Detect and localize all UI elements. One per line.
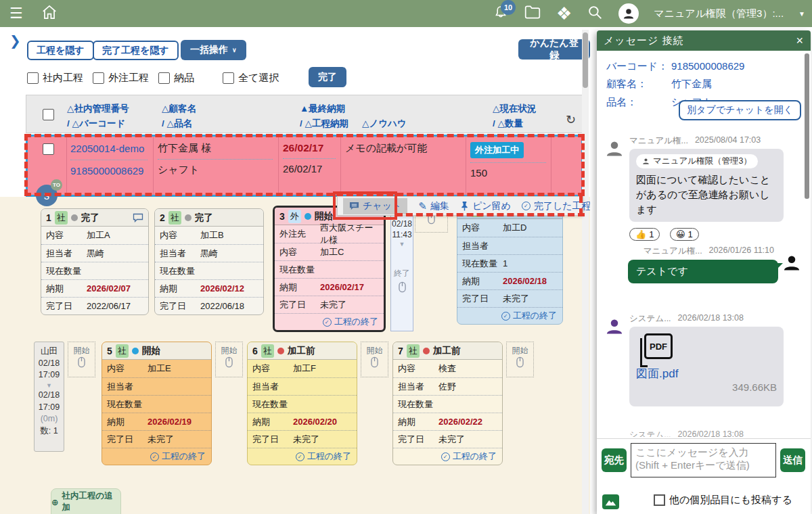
checkbox-icon[interactable] bbox=[158, 72, 170, 84]
barcode-link[interactable]: 9185000008629 bbox=[70, 164, 148, 178]
message-time: 2026/01/26 11:10 bbox=[709, 246, 774, 257]
bulk-action-button[interactable]: 一括操作∨ bbox=[181, 40, 246, 60]
checkbox-icon[interactable] bbox=[93, 72, 104, 84]
search-icon[interactable] bbox=[587, 4, 604, 24]
message-sender: システム... bbox=[629, 429, 671, 437]
column-header-customer[interactable]: △顧客名/ △品名 bbox=[162, 101, 196, 132]
menu-edit-item[interactable]: ✎ 編集 bbox=[418, 200, 449, 212]
notifications-bell-icon[interactable]: 10 bbox=[493, 4, 509, 23]
open-chat-new-tab-button[interactable]: 別タブでチャットを開く bbox=[679, 100, 801, 120]
menu-pin-item[interactable]: ピン留め bbox=[460, 200, 511, 212]
recipient-button[interactable]: 宛先 bbox=[602, 448, 627, 472]
field-label: 担当者 bbox=[252, 381, 293, 393]
reaction-thumbsup[interactable]: 👍1 bbox=[629, 228, 660, 241]
checkbox-icon[interactable] bbox=[654, 494, 665, 506]
arrow-down-icon: ▼ bbox=[35, 381, 64, 390]
end-process-link[interactable]: ✓工程の終了 bbox=[457, 307, 562, 324]
start-action-box[interactable]: 開始 bbox=[361, 342, 388, 377]
image-icon bbox=[605, 497, 616, 507]
column-header-status[interactable]: △現在状況/ △数量 bbox=[493, 101, 536, 132]
process-card-3[interactable]: 3 外 開始 外注先西大阪スチール様 内容加工C 現在数量 納期2026/02/… bbox=[273, 206, 386, 332]
reaction-smile[interactable]: 😀1 bbox=[670, 228, 699, 241]
process-card-5[interactable]: 5 社 開始 内容加工E 担当者 現在数量 納期2026/02/19 完了日未完… bbox=[102, 342, 212, 465]
due-date-value: 2026/02/18 bbox=[503, 276, 547, 286]
column-header-due[interactable]: ▲最終納期/ △工程納期 bbox=[300, 101, 348, 132]
user-role-label[interactable]: マニュアル権限（管理3）:... bbox=[654, 7, 784, 20]
hide-process-button[interactable]: 工程を隠す bbox=[27, 41, 94, 60]
process-card-6[interactable]: 6 社 加工前 内容加工F 担当者 現在数量 納期2026/02/20 完了日未… bbox=[247, 342, 357, 465]
mouse-icon[interactable] bbox=[225, 356, 233, 368]
card-header: 2 社 完了 bbox=[155, 209, 263, 227]
end-process-link[interactable]: ✓工程の終了 bbox=[275, 313, 384, 330]
process-card-4[interactable]: 4 社 開始 内容加工D 担当者 現在数量1 納期2026/02/18 完了日未… bbox=[457, 201, 563, 325]
checkbox-icon[interactable] bbox=[27, 72, 39, 84]
select-all-checkbox[interactable] bbox=[43, 109, 54, 120]
checkbox-icon[interactable] bbox=[223, 72, 234, 84]
folder-icon[interactable] bbox=[524, 4, 541, 23]
complete-button[interactable]: 完了 bbox=[309, 67, 346, 87]
field-label: 担当者 bbox=[46, 248, 87, 260]
post-other-items-option[interactable]: 他の個別品目にも投稿する bbox=[654, 494, 792, 507]
start-action-box[interactable]: 開始 bbox=[215, 342, 243, 377]
message-time: 2026/02/18 13:08 bbox=[678, 429, 744, 437]
row-checkbox[interactable] bbox=[43, 143, 54, 155]
start-action-box[interactable]: 開始 bbox=[68, 342, 95, 377]
process-card-2[interactable]: 2 社 完了 内容加工B 担当者黒崎 現在数量 納期2026/02/12 完了日… bbox=[154, 208, 264, 315]
start-time: 17:09 bbox=[35, 369, 64, 381]
storage-app-icon[interactable]: ❖ bbox=[556, 5, 572, 22]
comment-icon[interactable] bbox=[133, 213, 143, 223]
column-header-knowhow[interactable]: △ノウハウ bbox=[362, 116, 407, 131]
attach-image-button[interactable] bbox=[602, 494, 619, 509]
send-button[interactable]: 送信 bbox=[780, 448, 805, 472]
mouse-icon[interactable] bbox=[370, 356, 379, 368]
order-row-selected[interactable]: 3 TO 22050014-demo 9185000008629 竹下金属 様 … bbox=[26, 135, 583, 197]
filter-delivery[interactable]: 納品 bbox=[158, 72, 194, 85]
message-input[interactable] bbox=[631, 443, 776, 477]
close-icon[interactable]: × bbox=[796, 34, 804, 48]
end-process-link[interactable]: ✓工程の終了 bbox=[248, 448, 357, 465]
main-scrollbar-track[interactable] bbox=[582, 30, 589, 514]
home-icon[interactable] bbox=[41, 3, 58, 24]
collapse-chevron-icon[interactable]: ❯ bbox=[9, 32, 21, 49]
hide-completed-button[interactable]: 完了工程を隠す bbox=[93, 41, 179, 60]
menu-hide-completed-item[interactable]: ✓ 完了した工程を隠す bbox=[522, 200, 590, 212]
hamburger-menu-icon[interactable]: ☰ bbox=[9, 6, 23, 21]
field-value: 加工D bbox=[503, 222, 526, 234]
filter-outsourced-process[interactable]: 外注工程 bbox=[93, 72, 149, 85]
field-value: 1 bbox=[503, 258, 508, 268]
timeline-date: 02/18 bbox=[391, 218, 413, 229]
open-chat-new-tab-label: 別タブでチャットを開く bbox=[687, 104, 793, 115]
field-value: 未完了 bbox=[293, 434, 319, 446]
field-label: 内容 bbox=[46, 229, 87, 241]
file-link[interactable]: 図面.pdf bbox=[636, 366, 777, 381]
start-action-box[interactable]: 開始 bbox=[506, 342, 534, 377]
easy-register-button[interactable]: かんたん登録 bbox=[518, 39, 590, 60]
smile-emoji-icon: 😀 bbox=[676, 229, 685, 239]
mouse-icon[interactable] bbox=[516, 356, 524, 368]
person-icon bbox=[642, 158, 650, 165]
refresh-icon[interactable]: ↻ bbox=[566, 112, 576, 127]
menu-chat-item[interactable]: チャット bbox=[343, 198, 407, 214]
mouse-icon[interactable] bbox=[77, 356, 86, 368]
end-process-link[interactable]: ✓工程の終了 bbox=[393, 448, 502, 465]
add-internal-process-button[interactable]: ⊕ 社内工程の追加 bbox=[51, 488, 121, 514]
filter-select-all[interactable]: 全て選択 bbox=[223, 72, 279, 85]
field-label: 現在数量 bbox=[160, 265, 200, 277]
chevron-down-icon[interactable]: ▼ bbox=[798, 10, 805, 18]
user-avatar[interactable] bbox=[618, 3, 639, 24]
menu-hide-completed-label: 完了した工程を隠す bbox=[534, 200, 590, 212]
mouse-icon[interactable] bbox=[398, 281, 407, 293]
main-scrollbar-thumb[interactable] bbox=[583, 32, 588, 88]
hide-completed-label: 完了工程を隠す bbox=[102, 45, 169, 57]
filter-label: 社内工程 bbox=[43, 72, 83, 85]
process-card-1[interactable]: 1 社 完了 内容加工A 担当者黒崎 現在数量 納期2026/02/07 完了日… bbox=[41, 208, 149, 315]
reaction-count: 1 bbox=[649, 229, 654, 239]
end-process-link[interactable]: ✓工程の終了 bbox=[102, 448, 211, 465]
filter-internal-process[interactable]: 社内工程 bbox=[27, 72, 83, 85]
column-header-id[interactable]: △社内管理番号/ △バーコード bbox=[67, 101, 129, 132]
order-id-link[interactable]: 22050014-demo bbox=[70, 142, 148, 156]
card-type-badge: 社 bbox=[261, 344, 274, 358]
end-process-label: 工程の終了 bbox=[453, 450, 497, 463]
process-card-7[interactable]: 7 社 加工前 内容検査 担当者佐野 現在数量 納期2026/02/22 完了日… bbox=[392, 342, 503, 465]
panel-scrollbar-thumb[interactable] bbox=[805, 53, 809, 199]
